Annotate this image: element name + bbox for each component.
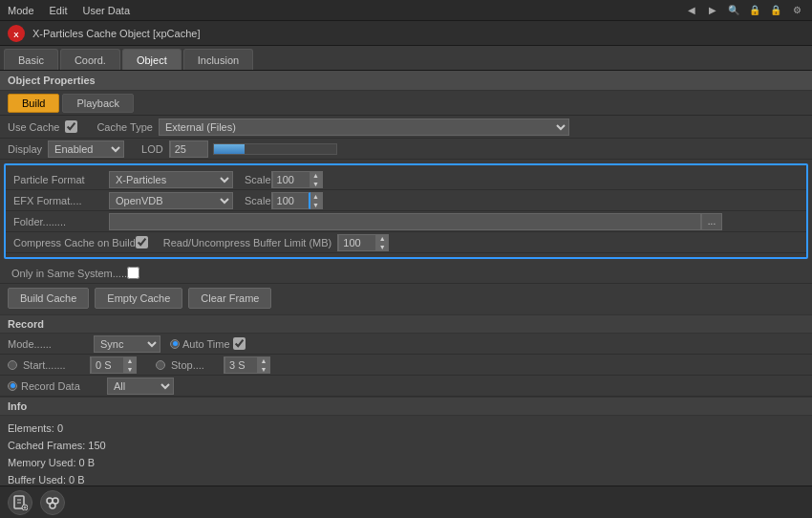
menu-userdata[interactable]: User Data (83, 5, 131, 16)
build-cache-button[interactable]: Build Cache (8, 288, 89, 309)
arrow-right-icon[interactable]: ▶ (705, 3, 720, 18)
cache-type-field: Cache Type External (Files) (96, 119, 569, 136)
lod-spinner[interactable] (169, 140, 207, 158)
info-header: Info (0, 397, 812, 416)
pf-scale-label: Scale (245, 174, 271, 185)
lock2-icon[interactable]: 🔒 (768, 3, 783, 18)
info-memory-used: Memory Used: 0 B (8, 454, 804, 471)
auto-time-radio[interactable] (170, 339, 180, 349)
folder-row: Folder........ ... (6, 211, 806, 232)
tab-coord[interactable]: Coord. (60, 49, 120, 70)
stop-group: Stop.... (156, 359, 224, 371)
bottom-bar (0, 486, 812, 518)
stop-input[interactable]: 3 S (224, 356, 258, 374)
window-title: X-Particles Cache Object [xpCache] (32, 28, 200, 39)
sub-tab-build[interactable]: Build (8, 94, 59, 113)
record-data-label: Record Data (21, 380, 107, 392)
pf-scale-btns: ▲ ▼ (310, 171, 322, 188)
auto-time-checkbox[interactable] (233, 337, 246, 350)
start-label: Start....... (23, 359, 90, 371)
stop-spinner[interactable]: 3 S ▲ ▼ (224, 356, 270, 374)
bottom-group-icon[interactable] (40, 490, 65, 515)
record-data-row: Record Data All (0, 376, 812, 397)
blue-highlight-section: Particle Format X-Particles Scale 100 ▲ … (4, 163, 808, 259)
buffer-input[interactable]: 100 (338, 234, 376, 251)
tab-object[interactable]: Object (122, 49, 182, 70)
empty-cache-button[interactable]: Empty Cache (95, 288, 182, 309)
compress-cache-row: Compress Cache on Build Read/Uncompress … (6, 232, 806, 253)
pf-scale-down[interactable]: ▼ (310, 180, 322, 188)
settings-icon[interactable]: ⚙ (789, 3, 804, 18)
menu-edit[interactable]: Edit (50, 5, 68, 16)
pf-scale-input[interactable]: 100 (272, 171, 310, 188)
efx-scale-label: Scale (245, 195, 271, 206)
display-label: Display (8, 143, 42, 155)
use-cache-checkbox[interactable] (65, 120, 77, 133)
tab-basic[interactable]: Basic (4, 49, 58, 70)
menu-mode[interactable]: Mode (8, 5, 34, 16)
menu-bar: Mode Edit User Data ◀ ▶ 🔍 🔒 🔒 ⚙ (0, 0, 812, 21)
search-icon[interactable]: 🔍 (726, 3, 741, 18)
start-down[interactable]: ▼ (124, 365, 136, 374)
start-spinner[interactable]: 0 S ▲ ▼ (90, 356, 137, 374)
use-cache-row: Use Cache Cache Type External (Files) (0, 116, 812, 139)
compress-checkbox[interactable] (136, 236, 148, 248)
particle-format-select[interactable]: X-Particles (109, 171, 233, 188)
folder-input[interactable] (109, 213, 701, 230)
stop-up[interactable]: ▲ (258, 356, 269, 365)
efx-scale-up[interactable]: ▲ (310, 192, 322, 201)
svg-point-10 (50, 503, 55, 508)
info-elements: Elements: 0 (8, 420, 804, 437)
display-select[interactable]: Enabled (48, 140, 124, 158)
arrow-left-icon[interactable]: ◀ (684, 3, 699, 18)
start-btns: ▲ ▼ (124, 356, 136, 374)
particle-format-label: Particle Format (13, 174, 109, 185)
start-stop-row: Start....... 0 S ▲ ▼ Stop.... 3 S ▲ ▼ (0, 355, 812, 376)
only-same-checkbox[interactable] (127, 267, 139, 279)
efx-format-select[interactable]: OpenVDB (109, 192, 233, 209)
menu-right-icons: ◀ ▶ 🔍 🔒 🔒 ⚙ (684, 3, 804, 18)
buffer-spinner[interactable]: 100 ▲ ▼ (337, 234, 389, 251)
efx-scale-down[interactable]: ▼ (310, 201, 322, 209)
mode-label: Mode...... (8, 338, 94, 350)
main-tab-row: Basic Coord. Object Inclusion (0, 46, 812, 71)
buffer-up[interactable]: ▲ (376, 234, 388, 243)
start-input[interactable]: 0 S (91, 356, 124, 374)
lod-input[interactable] (170, 140, 208, 158)
start-radio[interactable] (8, 360, 17, 370)
info-cached-frames: Cached Frames: 150 (8, 437, 804, 454)
buffer-down[interactable]: ▼ (376, 243, 388, 251)
pf-scale-spinner[interactable]: 100 ▲ ▼ (271, 171, 323, 188)
object-properties-header: Object Properties (0, 71, 812, 91)
buffer-label: Read/Uncompress Buffer Limit (MB) (163, 237, 331, 248)
lod-label: LOD (141, 143, 163, 155)
efx-format-row: EFX Format.... OpenVDB Scale 100 ▲ ▼ (6, 190, 806, 211)
record-section: Mode...... Sync Auto Time Start....... 0… (0, 334, 812, 397)
lod-progress-bar (213, 143, 337, 155)
particle-format-row: Particle Format X-Particles Scale 100 ▲ … (6, 169, 806, 190)
efx-scale-input[interactable]: 100 (272, 192, 310, 209)
lock-icon[interactable]: 🔒 (747, 3, 762, 18)
start-up[interactable]: ▲ (124, 356, 136, 365)
efx-scale-spinner[interactable]: 100 ▲ ▼ (271, 192, 323, 209)
folder-browse-button[interactable]: ... (701, 213, 722, 230)
use-cache-field: Use Cache (8, 120, 77, 133)
stop-btns: ▲ ▼ (258, 356, 269, 374)
mode-select[interactable]: Sync (94, 335, 160, 353)
stop-radio[interactable] (156, 360, 165, 370)
tab-inclusion[interactable]: Inclusion (183, 49, 253, 70)
efx-format-label: EFX Format.... (13, 195, 109, 206)
mode-row: Mode...... Sync Auto Time (0, 334, 812, 355)
app-logo: X (8, 25, 25, 42)
cache-type-select[interactable]: External (Files) (159, 119, 569, 136)
lod-progress-fill (214, 144, 245, 154)
bottom-file-icon[interactable] (8, 490, 32, 515)
record-data-select[interactable]: All (107, 378, 174, 395)
stop-down[interactable]: ▼ (258, 365, 269, 374)
pf-scale-up[interactable]: ▲ (310, 171, 322, 180)
sub-tab-playback[interactable]: Playback (62, 94, 134, 113)
record-data-radio[interactable] (8, 381, 17, 391)
svg-text:X: X (13, 31, 19, 39)
clear-frame-button[interactable]: Clear Frame (188, 288, 271, 309)
display-row: Display Enabled LOD (0, 139, 812, 160)
